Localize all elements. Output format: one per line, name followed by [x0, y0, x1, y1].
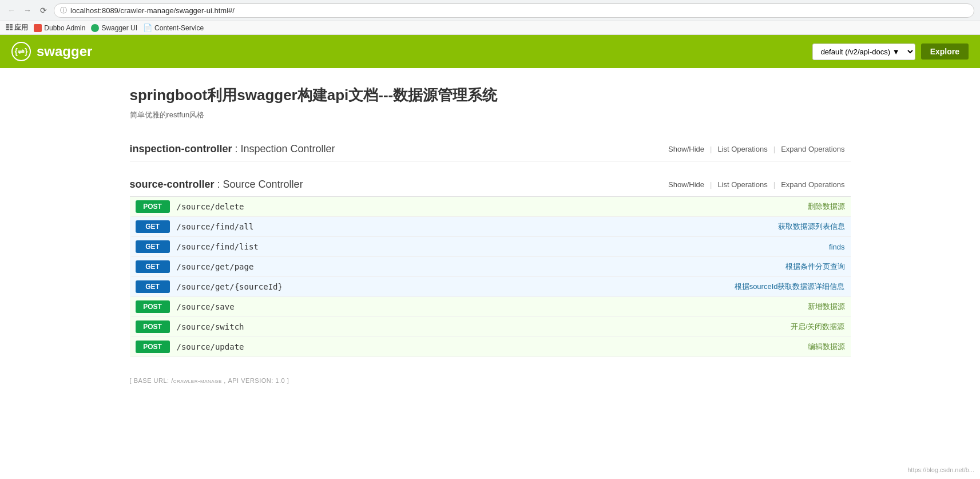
endpoint-path-4: /source/get/{sourceId} — [177, 282, 728, 291]
lock-icon: ⓘ — [60, 6, 67, 15]
method-badge-6: POST — [136, 320, 170, 333]
main-content: springboot利用swagger构建api文档---数据源管理系统 简单优… — [118, 68, 862, 404]
endpoint-desc-6: 开启/关闭数据源 — [791, 322, 851, 332]
inspection-controller-actions: Show/Hide | List Operations | Expand Ope… — [662, 145, 850, 153]
source-controller-strong: source-controller — [130, 179, 215, 190]
apps-button[interactable]: ☷ 应用 — [6, 23, 28, 33]
back-button[interactable]: ← — [6, 5, 17, 16]
endpoint-path-1: /source/find/all — [177, 222, 771, 231]
table-row[interactable]: GET/source/get/page根据条件分页查询 — [130, 257, 851, 277]
swagger-icon — [91, 24, 99, 32]
endpoint-path-3: /source/get/page — [177, 262, 779, 271]
endpoint-list: POST/source/delete删除数据源GET/source/find/a… — [130, 197, 851, 357]
endpoint-desc-1: 获取数据源列表信息 — [778, 221, 851, 232]
swagger-controls: default (/v2/api-docs) ▼ Explore — [812, 43, 969, 60]
method-badge-3: GET — [136, 260, 170, 273]
browser-toolbar: ← → ⟳ ⓘ localhost:8089/crawler-manage/sw… — [0, 0, 980, 21]
endpoint-desc-5: 新增数据源 — [808, 302, 851, 312]
table-row[interactable]: GET/source/get/{sourceId}根据sourceId获取数据源… — [130, 277, 851, 297]
inspection-list-ops[interactable]: List Operations — [712, 145, 773, 153]
bookmark-swagger[interactable]: Swagger UI — [91, 24, 137, 32]
explore-button[interactable]: Explore — [921, 43, 969, 60]
forward-button[interactable]: → — [22, 5, 33, 16]
inspection-controller-section: inspection-controller : Inspection Contr… — [130, 137, 851, 161]
endpoint-desc-0: 删除数据源 — [808, 201, 851, 212]
swagger-logo-icon: {⇌} — [11, 42, 31, 61]
table-row[interactable]: POST/source/delete删除数据源 — [130, 197, 851, 217]
endpoint-path-0: /source/delete — [177, 202, 801, 211]
source-controller-header: source-controller : Source Controller Sh… — [130, 173, 851, 197]
dubbo-icon — [34, 24, 42, 32]
content-icon: 📄 — [143, 23, 152, 32]
method-badge-2: GET — [136, 240, 170, 253]
bookmark-dubbo[interactable]: Dubbo Admin — [34, 24, 85, 32]
source-controller-name: source-controller : Source Controller — [130, 179, 303, 191]
endpoint-desc-3: 根据条件分页查询 — [785, 262, 851, 272]
source-controller-rest: : Source Controller — [217, 179, 303, 190]
swagger-header: {⇌} swagger default (/v2/api-docs) ▼ Exp… — [0, 35, 980, 68]
method-badge-4: GET — [136, 280, 170, 293]
table-row[interactable]: GET/source/find/listfinds — [130, 237, 851, 257]
source-expand-ops[interactable]: Expand Operations — [775, 180, 850, 189]
method-badge-0: POST — [136, 200, 170, 213]
source-show-hide[interactable]: Show/Hide — [662, 180, 710, 189]
bookmark-content[interactable]: 📄 Content-Service — [143, 23, 204, 32]
table-row[interactable]: GET/source/find/all获取数据源列表信息 — [130, 217, 851, 237]
table-row[interactable]: POST/source/save新增数据源 — [130, 297, 851, 317]
endpoint-path-7: /source/update — [177, 342, 801, 351]
url-text: localhost:8089/crawler-manage/swagger-ui… — [70, 6, 235, 15]
endpoint-desc-4: 根据sourceId获取数据源详细信息 — [735, 282, 851, 292]
address-bar[interactable]: ⓘ localhost:8089/crawler-manage/swagger-… — [54, 3, 974, 18]
method-badge-5: POST — [136, 300, 170, 313]
inspection-show-hide[interactable]: Show/Hide — [662, 145, 710, 153]
footer: [ BASE URL: /crawler-manage , API VERSIO… — [130, 369, 851, 387]
inspection-expand-ops[interactable]: Expand Operations — [775, 145, 850, 153]
browser-chrome: ← → ⟳ ⓘ localhost:8089/crawler-manage/sw… — [0, 0, 980, 35]
source-list-ops[interactable]: List Operations — [712, 180, 773, 189]
base-url-label: BASE URL: — [134, 377, 169, 384]
api-subtitle: 简单优雅的restfun风格 — [130, 110, 851, 120]
table-row[interactable]: POST/source/update编辑数据源 — [130, 337, 851, 357]
source-controller-actions: Show/Hide | List Operations | Expand Ope… — [662, 180, 850, 189]
source-controller-section: source-controller : Source Controller Sh… — [130, 173, 851, 357]
swagger-logo: {⇌} swagger — [11, 42, 92, 61]
swagger-logo-text: swagger — [37, 43, 92, 60]
endpoint-path-6: /source/switch — [177, 322, 784, 331]
api-title: springboot利用swagger构建api文档---数据源管理系统 — [130, 85, 851, 105]
api-selector[interactable]: default (/v2/api-docs) ▼ — [812, 43, 915, 60]
api-version-label: API VERSION: — [228, 377, 273, 384]
endpoint-path-2: /source/find/list — [177, 242, 823, 251]
reload-button[interactable]: ⟳ — [38, 5, 49, 16]
table-row[interactable]: POST/source/switch开启/关闭数据源 — [130, 317, 851, 337]
endpoint-desc-7: 编辑数据源 — [808, 342, 851, 352]
endpoint-path-5: /source/save — [177, 302, 801, 311]
base-url-value: /crawler-manage — [171, 377, 222, 384]
bookmarks-bar: ☷ 应用 Dubbo Admin Swagger UI 📄 Content-Se… — [0, 21, 980, 34]
inspection-controller-name: inspection-controller : Inspection Contr… — [130, 143, 335, 155]
endpoint-desc-2: finds — [829, 243, 850, 251]
inspection-controller-header: inspection-controller : Inspection Contr… — [130, 137, 851, 161]
inspection-controller-rest: : Inspection Controller — [235, 143, 335, 155]
inspection-controller-strong: inspection-controller — [130, 143, 232, 155]
method-badge-1: GET — [136, 220, 170, 233]
method-badge-7: POST — [136, 341, 170, 353]
api-version-value: 1.0 — [275, 377, 285, 384]
